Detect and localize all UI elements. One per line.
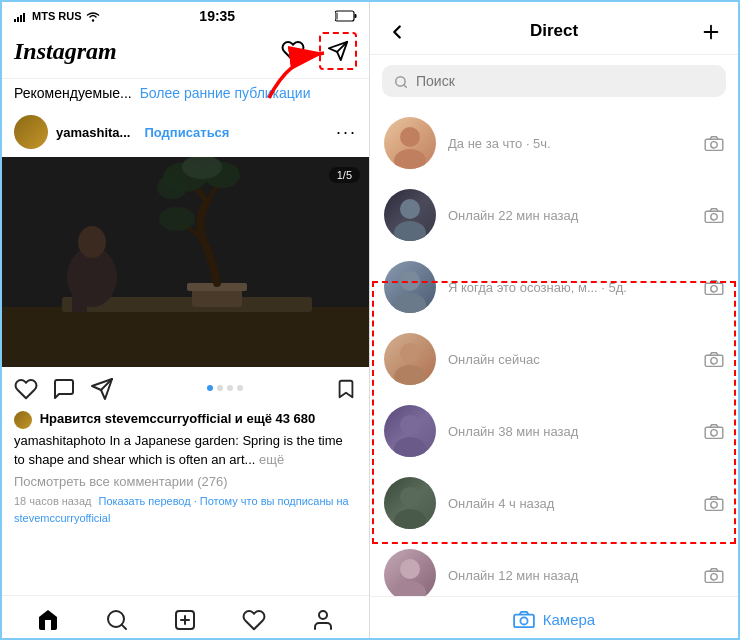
svg-line-35 (404, 85, 407, 88)
add-nav-button[interactable] (173, 606, 197, 632)
home-nav-button[interactable] (36, 606, 60, 632)
message-content: Онлайн 4 ч назад (448, 496, 692, 511)
signal-bars (14, 10, 28, 22)
svg-point-53 (394, 437, 426, 457)
recommended-label: Рекомендуемые... (14, 85, 132, 101)
svg-point-60 (400, 559, 420, 579)
message-item[interactable]: Я когда это осознаю, м... · 5д. (370, 251, 738, 323)
direct-panel: Direct Да не за что · 5ч. (370, 2, 738, 640)
camera-bottom[interactable]: Камера (370, 596, 738, 640)
search-nav-button[interactable] (105, 606, 129, 632)
subscribe-button[interactable]: Подписаться (144, 125, 229, 140)
svg-rect-6 (355, 14, 357, 18)
like-button[interactable] (14, 375, 38, 401)
message-preview: Я когда это осознаю, м... · 5д. (448, 280, 692, 295)
message-avatar (384, 333, 436, 385)
message-content: Онлайн 38 мин назад (448, 424, 692, 439)
message-content: Онлайн 12 мин назад (448, 568, 692, 583)
see-more-link[interactable]: ещё (259, 452, 284, 467)
svg-point-31 (319, 611, 327, 619)
post-user-info: yamashita... Подписаться (14, 115, 229, 149)
activity-nav-button[interactable] (242, 606, 266, 632)
post-image-content (2, 157, 370, 367)
camera-icon[interactable] (704, 278, 724, 296)
camera-icon[interactable] (704, 350, 724, 368)
svg-point-4 (91, 19, 93, 21)
message-item[interactable]: Онлайн 38 мин назад (370, 395, 738, 467)
message-preview: Онлайн сейчас (448, 352, 692, 367)
message-avatar (384, 405, 436, 457)
svg-rect-16 (72, 272, 87, 312)
svg-point-37 (394, 149, 426, 169)
new-message-button[interactable] (700, 18, 722, 44)
svg-point-48 (400, 343, 420, 363)
dot-3 (227, 385, 233, 391)
carousel-dots (207, 385, 243, 391)
likes-count: Нравится stevemccurryofficial и ещё 43 6… (14, 409, 357, 429)
post-options-button[interactable]: ··· (336, 122, 357, 143)
message-item[interactable]: Онлайн сейчас (370, 323, 738, 395)
post-avatar[interactable] (14, 115, 48, 149)
svg-point-52 (400, 415, 420, 435)
svg-rect-38 (705, 139, 723, 150)
message-preview: Да не за что · 5ч. (448, 136, 692, 151)
post-actions (2, 367, 369, 409)
search-bar[interactable] (382, 65, 726, 97)
message-avatar (384, 117, 436, 169)
camera-icon[interactable] (704, 494, 724, 512)
action-icons-left (14, 375, 114, 401)
message-content: Онлайн сейчас (448, 352, 692, 367)
message-item[interactable]: Онлайн 22 мин назад (370, 179, 738, 251)
camera-bottom-icon (513, 609, 535, 630)
comment-button[interactable] (52, 375, 76, 401)
svg-point-61 (394, 581, 426, 596)
profile-nav-button[interactable] (311, 606, 335, 632)
message-item[interactable]: Онлайн 12 мин назад (370, 539, 738, 596)
svg-point-45 (394, 293, 426, 313)
svg-point-47 (711, 286, 717, 292)
svg-point-65 (520, 618, 527, 625)
message-item[interactable]: Онлайн 4 ч назад (370, 467, 738, 539)
caption-text: yamashitaphoto In a Japanese garden: Spr… (14, 433, 343, 468)
camera-icon[interactable] (704, 566, 724, 584)
message-preview: Онлайн 4 ч назад (448, 496, 692, 511)
direct-header: Direct (370, 2, 738, 55)
status-left: MTS RUS (14, 10, 100, 22)
svg-rect-2 (20, 15, 22, 22)
camera-icon[interactable] (704, 206, 724, 224)
share-button[interactable] (90, 375, 114, 401)
search-icon (394, 73, 408, 89)
instagram-feed-panel: MTS RUS 19:35 Instagram (2, 2, 370, 640)
svg-point-57 (394, 509, 426, 529)
view-comments-link[interactable]: Посмотреть все комментарии (276) (14, 472, 357, 492)
message-avatar (384, 261, 436, 313)
svg-point-63 (711, 574, 717, 580)
svg-point-40 (400, 199, 420, 219)
clock: 19:35 (199, 8, 235, 24)
camera-icon[interactable] (704, 422, 724, 440)
message-avatar (384, 477, 436, 529)
post-info: Нравится stevemccurryofficial и ещё 43 6… (2, 409, 369, 528)
post-username[interactable]: yamashita... (56, 125, 130, 140)
svg-point-39 (711, 142, 717, 148)
camera-icon[interactable] (704, 134, 724, 152)
svg-point-22 (157, 175, 187, 199)
bookmark-button[interactable] (335, 375, 357, 401)
message-content: Да не за что · 5ч. (448, 136, 692, 151)
messages-list: Да не за что · 5ч. Онлайн 22 мин назад (370, 107, 738, 596)
svg-point-41 (394, 221, 426, 241)
likes-text: Нравится stevemccurryofficial и ещё 43 6… (40, 411, 316, 426)
camera-label: Камера (543, 611, 595, 628)
svg-point-23 (159, 207, 195, 231)
svg-point-44 (400, 271, 420, 291)
svg-point-36 (400, 127, 420, 147)
search-input[interactable] (416, 73, 714, 89)
bottom-nav (2, 595, 369, 640)
svg-line-27 (122, 625, 126, 629)
message-preview: Онлайн 22 мин назад (448, 208, 692, 223)
message-item[interactable]: Да не за что · 5ч. (370, 107, 738, 179)
svg-point-43 (711, 214, 717, 220)
back-button[interactable] (386, 19, 408, 43)
battery-icon (335, 10, 357, 22)
svg-point-51 (711, 358, 717, 364)
